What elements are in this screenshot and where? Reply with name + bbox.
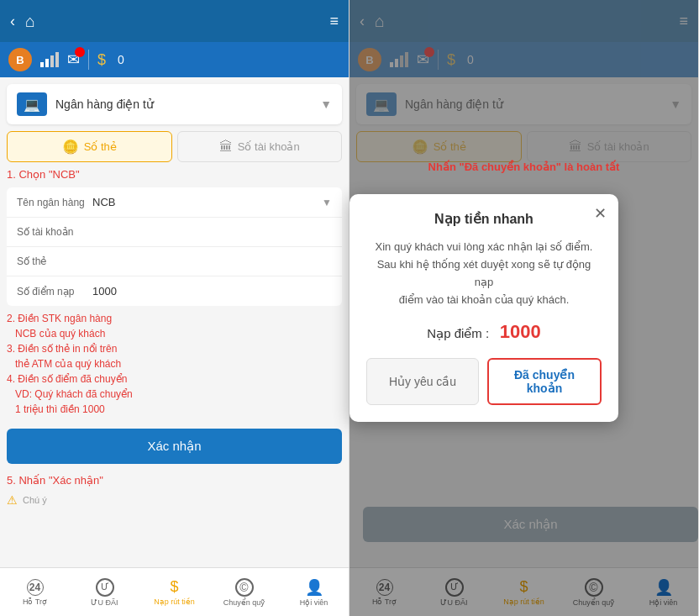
left-tab-account[interactable]: 🏛 Số tài khoản xyxy=(177,131,343,162)
right-modal-overlay: Nhấn "Đã chuyển khoản" là hoàn tất ✕ Nạp… xyxy=(350,0,698,616)
right-cancel-button[interactable]: Hủy yêu cầu xyxy=(366,358,479,405)
left-balance: 0 xyxy=(118,53,124,66)
right-modal-points-value: 1000 xyxy=(500,321,541,342)
left-nav-support-label: Hỗ Trợ xyxy=(23,598,47,606)
left-bank-name-label: Tên ngân hàng xyxy=(17,197,92,208)
left-nav-member-label: Hội viên xyxy=(300,598,328,607)
left-warning-icon: ⚠ xyxy=(7,493,18,507)
right-panel: ‹ ⌂ ≡ B ✉ $ 0 💻 Ngân hàng điện tử ▼ 🪙 Số… xyxy=(350,0,699,616)
left-card-icon: 🪙 xyxy=(62,139,79,155)
right-modal-points-label: Nạp điểm : xyxy=(427,326,489,340)
left-bank-name-value: NCB xyxy=(92,196,322,208)
left-step5: 5. Nhấn "Xác nhận" xyxy=(7,474,342,487)
left-account-label: Số tài khoản xyxy=(17,226,92,238)
left-nav-promo[interactable]: Ư ƯU ĐÃI xyxy=(70,568,139,616)
right-modal-close-button[interactable]: ✕ xyxy=(594,204,607,223)
left-bank2-icon: 🏛 xyxy=(219,140,233,155)
left-points-value: 1000 xyxy=(92,285,332,297)
left-tab-card[interactable]: 🪙 Số thẻ xyxy=(7,131,172,162)
left-account-row[interactable]: Số tài khoản xyxy=(7,218,342,247)
right-modal-points: Nạp điểm : 1000 xyxy=(366,321,602,343)
left-promo-icon: Ư xyxy=(96,578,114,597)
left-home-button[interactable]: ⌂ xyxy=(25,12,35,31)
left-nav-transfer[interactable]: © Chuyển quỹ xyxy=(209,568,279,616)
right-modal: ✕ Nạp tiền nhanh Xin quý khách vui lòng … xyxy=(350,194,618,421)
left-bank-dropdown-icon[interactable]: ▼ xyxy=(322,197,332,208)
left-header: ‹ ⌂ ≡ xyxy=(0,0,349,42)
left-transfer-icon: © xyxy=(235,578,254,597)
left-tab-card-label: Số thẻ xyxy=(84,140,117,153)
right-modal-body-line1: Xin quý khách vui lòng xác nhận lại số đ… xyxy=(376,240,593,253)
left-nav-transfer-label: Chuyển quỹ xyxy=(223,598,265,607)
right-modal-title: Nạp tiền nhanh xyxy=(366,211,602,227)
left-note-text: Chú ý xyxy=(23,495,47,505)
left-notif-bar: B ✉ $ 0 xyxy=(0,42,349,77)
left-mail-badge xyxy=(75,47,85,57)
left-nav-deposit[interactable]: $ Nạp rút tiền xyxy=(139,568,209,616)
left-menu-button[interactable]: ≡ xyxy=(329,13,339,30)
left-deposit-icon: $ xyxy=(170,578,178,596)
left-note: ⚠ Chú ý xyxy=(7,493,342,507)
left-bank-selector[interactable]: 💻 Ngân hàng điện tử ▼ xyxy=(7,84,342,124)
left-tabs: 🪙 Số thẻ 🏛 Số tài khoản xyxy=(7,131,342,162)
left-nav-member[interactable]: 👤 Hội viên xyxy=(279,568,349,616)
left-tab-account-label: Số tài khoản xyxy=(238,140,300,153)
left-bank-chevron-icon: ▼ xyxy=(320,97,332,111)
left-card-row[interactable]: Số thẻ xyxy=(7,247,342,276)
left-nav-support[interactable]: 24 Hỗ Trợ xyxy=(0,568,70,616)
left-form: Tên ngân hàng NCB ▼ Số tài khoản Số thẻ … xyxy=(7,187,342,306)
left-bank-icon: 💻 xyxy=(17,92,47,116)
right-final-instruction: Nhấn "Đã chuyển khoản" là hoàn tất xyxy=(350,161,698,173)
left-member-icon: 👤 xyxy=(305,578,323,597)
left-header-left: ‹ ⌂ xyxy=(10,12,35,31)
left-coin-icon[interactable]: $ xyxy=(97,51,106,69)
left-back-button[interactable]: ‹ xyxy=(10,13,15,30)
left-signal-icon xyxy=(40,52,59,67)
left-card-label: Số thẻ xyxy=(17,255,92,267)
left-support-icon: 24 xyxy=(27,579,44,596)
left-panel: ‹ ⌂ ≡ B ✉ $ 0 💻 Ngân hàng điện tử ▼ 🪙 Số… xyxy=(0,0,350,616)
left-nav-deposit-label: Nạp rút tiền xyxy=(154,598,195,606)
left-nav-promo-label: ƯU ĐÃI xyxy=(91,598,118,607)
left-instructions: 2. Điền STK ngân hàng NCB của quý khách … xyxy=(7,311,342,417)
right-modal-body-line2: Sau khi hệ thống xét duyệt xong sẽ tự độ… xyxy=(377,258,591,288)
right-modal-buttons: Hủy yêu cầu Đã chuyển khoản xyxy=(366,358,602,405)
left-bottom-nav: 24 Hỗ Trợ Ư ƯU ĐÃI $ Nạp rút tiền © Chuy… xyxy=(0,567,349,616)
left-points-row[interactable]: Số điểm nạp 1000 xyxy=(7,276,342,306)
right-transferred-button[interactable]: Đã chuyển khoản xyxy=(487,358,602,405)
left-avatar: B xyxy=(8,48,32,71)
left-points-label: Số điểm nạp xyxy=(17,286,92,297)
right-modal-body: Xin quý khách vui lòng xác nhận lại số đ… xyxy=(366,239,602,308)
left-bank-row: Tên ngân hàng NCB ▼ xyxy=(7,187,342,218)
left-confirm-button[interactable]: Xác nhận xyxy=(7,429,342,464)
left-divider xyxy=(88,50,89,70)
left-bank-label: Ngân hàng điện tử xyxy=(55,97,312,111)
left-step1: 1. Chọn "NCB" xyxy=(7,167,342,182)
right-modal-body-line3: điểm vào tài khoản của quý khách. xyxy=(399,293,570,306)
left-mail-icon[interactable]: ✉ xyxy=(67,50,80,69)
